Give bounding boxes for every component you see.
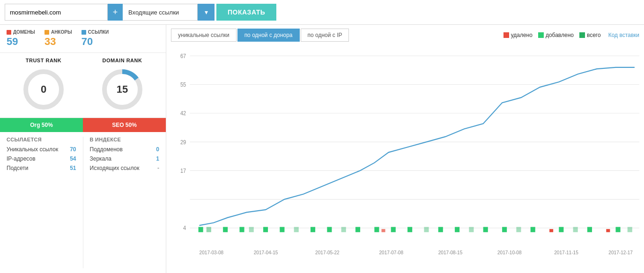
links-label: ССЫЛКИ (81, 30, 109, 35)
main-line (200, 67, 635, 226)
svg-rect-54 (628, 227, 632, 232)
added-dot (538, 32, 544, 38)
tab-ip[interactable]: по одной с IP (301, 29, 349, 42)
svg-rect-35 (355, 227, 360, 232)
chevron-down-icon: ▾ (205, 8, 208, 16)
svg-rect-49 (559, 227, 563, 232)
svg-rect-24 (199, 227, 203, 232)
trust-rank-value: 0 (41, 83, 46, 96)
mirrors-label: Зеркала (90, 155, 111, 162)
chart-controls: уникальные ссылки по одной с донора по о… (171, 29, 639, 42)
svg-rect-43 (469, 227, 474, 232)
svg-text:17: 17 (180, 167, 186, 174)
mirrors-value: 1 (156, 155, 159, 162)
svg-rect-44 (483, 227, 488, 232)
svg-rect-31 (294, 227, 299, 232)
svg-rect-40 (424, 227, 429, 232)
url-input[interactable] (5, 4, 108, 21)
svg-rect-29 (263, 227, 268, 232)
svg-rect-27 (239, 227, 244, 232)
ip-label: IP-адресов (7, 155, 36, 162)
code-insert-link[interactable]: Код вставки (608, 32, 639, 38)
svg-rect-28 (249, 227, 254, 232)
svg-text:55: 55 (180, 81, 186, 88)
svg-rect-45 (502, 227, 507, 232)
ip-value: 54 (70, 155, 76, 162)
subdomains-value: 0 (156, 146, 159, 153)
refs-section: ССЫЛАЕТСЯ Уникальных ссылок 70 IP-адресо… (0, 132, 166, 273)
unique-links-value: 70 (70, 146, 76, 153)
domains-stat: ДОМЕНЫ 59 (7, 30, 35, 48)
main-content: ДОМЕНЫ 59 АНКОРЫ 33 ССЫЛКИ 70 (0, 25, 644, 273)
refs-index-header: В ИНДЕКСЕ (90, 137, 160, 142)
svg-text:42: 42 (180, 110, 186, 117)
svg-rect-26 (223, 227, 228, 232)
show-button[interactable]: ПОКАЗАТЬ (216, 4, 276, 21)
svg-rect-33 (327, 227, 332, 232)
svg-rect-37 (381, 229, 385, 232)
svg-rect-42 (455, 227, 459, 232)
domains-value: 59 (7, 36, 35, 48)
total-label: всего (587, 32, 601, 38)
dropdown-arrow-button[interactable]: ▾ (198, 4, 215, 21)
links-value: 70 (81, 36, 109, 48)
legend-group: удалено добавлено всего Код вставки (503, 32, 639, 38)
top-bar: + Входящие ссылки ▾ ПОКАЗАТЬ (0, 0, 644, 25)
svg-rect-50 (573, 227, 578, 232)
links-dot (81, 30, 86, 35)
outgoing-value: - (157, 165, 159, 171)
refs-linking-col: ССЫЛАЕТСЯ Уникальных ссылок 70 IP-адресо… (0, 137, 83, 268)
right-panel: уникальные ссылки по одной с донора по о… (166, 25, 644, 273)
legend-added: добавлено (538, 32, 574, 38)
refs-linking-header: ССЫЛАЕТСЯ (7, 137, 76, 142)
svg-text:2017-12-17: 2017-12-17 (608, 249, 633, 255)
org-bar: Org 50% (0, 118, 83, 132)
svg-rect-52 (606, 229, 610, 232)
domains-dot (7, 30, 11, 35)
trust-rank-block: TRUST RANK 0 (7, 58, 81, 113)
total-dot (579, 32, 585, 38)
links-label: Входящие ссылки (128, 9, 179, 16)
svg-rect-30 (280, 227, 284, 232)
tab-donor[interactable]: по одной с донора (237, 29, 300, 42)
svg-text:2017-11-15: 2017-11-15 (554, 249, 578, 255)
trust-rank-donut: 0 (20, 66, 67, 113)
unique-links-label: Уникальных ссылок (7, 146, 58, 153)
svg-rect-39 (407, 227, 412, 232)
subdomains-item: Поддоменов 0 (90, 146, 160, 153)
svg-text:2017-10-08: 2017-10-08 (497, 249, 522, 255)
svg-text:2017-05-22: 2017-05-22 (315, 249, 340, 255)
subnets-label: Подсети (7, 165, 29, 171)
outgoing-label: Исходящих ссылок (90, 165, 140, 171)
stats-row: ДОМЕНЫ 59 АНКОРЫ 33 ССЫЛКИ 70 (0, 25, 166, 53)
svg-rect-41 (438, 227, 443, 232)
svg-text:2017-03-08: 2017-03-08 (200, 249, 224, 255)
subdomains-label: Поддоменов (90, 146, 123, 153)
mirrors-item: Зеркала 1 (90, 155, 160, 162)
links-dropdown[interactable]: Входящие ссылки (123, 4, 198, 21)
tab-unique[interactable]: уникальные ссылки (171, 29, 237, 42)
svg-rect-53 (615, 227, 620, 232)
legend-removed: удалено (503, 32, 533, 38)
domain-rank-block: DOMAIN RANK 15 (85, 58, 159, 113)
svg-text:2017-07-08: 2017-07-08 (379, 249, 403, 255)
svg-text:2017-04-15: 2017-04-15 (254, 249, 278, 255)
ranks-row: TRUST RANK 0 DOMAIN RANK (0, 53, 166, 118)
anchors-label: АНКОРЫ (44, 30, 72, 35)
org-seo-bar: Org 50% SEO 50% (0, 118, 166, 132)
legend-total: всего (579, 32, 601, 38)
anchors-dot (44, 30, 49, 35)
svg-text:2017-08-15: 2017-08-15 (438, 249, 463, 255)
anchors-stat: АНКОРЫ 33 (44, 30, 72, 48)
links-stat: ССЫЛКИ 70 (81, 30, 109, 48)
svg-text:67: 67 (180, 52, 186, 59)
domain-rank-donut: 15 (99, 66, 146, 113)
removed-label: удалено (511, 32, 533, 38)
svg-rect-38 (391, 227, 396, 232)
svg-rect-51 (587, 227, 592, 232)
svg-rect-48 (549, 229, 553, 232)
chart-svg: 67 55 42 29 17 4 2017-03-08 2017-04-15 2… (171, 45, 639, 270)
domain-rank-value: 15 (117, 83, 128, 96)
outgoing-item: Исходящих ссылок - (90, 165, 160, 171)
add-button[interactable]: + (108, 4, 123, 21)
